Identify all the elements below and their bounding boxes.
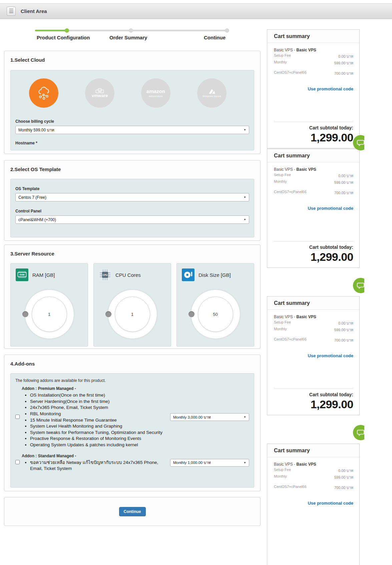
os-template-select[interactable]: Centos 7 (Free) ▼	[15, 193, 249, 201]
disk-value: 50	[213, 312, 218, 317]
cart-summary-title: Cart summary	[267, 30, 359, 43]
hostname-label: Hostname *	[15, 141, 249, 145]
promo-code-link[interactable]: Use promotional code	[308, 86, 353, 91]
ram-knob-handle[interactable]	[22, 311, 28, 317]
cart-line-label: Monthly	[274, 60, 287, 66]
control-panel-select[interactable]: cPanel&WHM (+700) ▼	[15, 215, 249, 224]
cart-summary-title: Cart summary	[267, 297, 359, 310]
addon-standard-managed: Addon : Standard Managed - ขอความช่วยเหล…	[15, 454, 249, 472]
promo-code-link[interactable]: Use promotional code	[308, 353, 353, 358]
cart-line-os: CentOS7+cPanel66700.00 บาท	[274, 485, 353, 491]
provider-netway-cloud[interactable]	[29, 78, 58, 108]
billing-cycle-select[interactable]: Monthly 599.00 บาท ▼	[15, 126, 249, 134]
chat-bubble-icon	[356, 428, 364, 437]
cart-line-value: 700.00 บาท	[334, 485, 353, 491]
cart-line-value: 700.00 บาท	[334, 337, 353, 343]
cart-line-label: Setup Fee	[274, 53, 291, 59]
continue-button[interactable]: Continue	[119, 507, 146, 516]
cpu-label: CPU Cores	[115, 272, 141, 278]
azure-logo-icon	[208, 89, 216, 94]
cart-promo-row: Use promotional code	[274, 353, 353, 359]
addon-premium-checkbox[interactable]	[15, 415, 20, 419]
addon-premium-managed: Addon : Premium Managed - OS Installatio…	[15, 386, 249, 448]
cpu-knob-handle[interactable]	[105, 311, 111, 317]
cpu-knob[interactable]: 1	[108, 290, 157, 339]
page: ☰ Client Area Product Configuration Orde…	[0, 0, 392, 565]
addon-premium-billing-select[interactable]: Monthly 3,000.00 บาท ▼	[170, 413, 249, 421]
provider-windows-azure[interactable]: Windows Azure	[197, 78, 227, 108]
cart-line-label: CentOS7+cPanel66	[274, 70, 307, 76]
addon-standard-features: ขอความช่วยเหลือ Netway แก้ไขปัญหากับระบบ…	[22, 460, 163, 472]
dropdown-arrow-icon: ▼	[244, 128, 246, 131]
chat-widget-button[interactable]	[353, 278, 364, 293]
addon-feature: Operating System Updates & patches inclu…	[30, 442, 163, 448]
progress-dot-product-configuration	[65, 28, 69, 33]
svg-text:CPU: CPU	[103, 274, 108, 276]
addon-standard-billing-value: Monthly 1,000.00 บาท	[173, 460, 211, 466]
cart-line-monthly: Monthly599.00 บาท	[274, 474, 353, 480]
os-template-value: Centos 7 (Free)	[18, 195, 46, 200]
addon-standard-checkbox-cell	[15, 460, 22, 466]
cpu-knob-face: 1	[115, 297, 150, 332]
addon-standard-name: Addon : Standard Managed -	[22, 454, 163, 458]
menu-toggle-button[interactable]: ☰	[7, 7, 16, 16]
cart-line-label: Setup Fee	[274, 173, 291, 179]
cart-line-setup-fee: Setup Fee0.00 บาท	[274, 320, 353, 326]
hamburger-icon: ☰	[9, 8, 14, 14]
cart-line-label: Setup Fee	[274, 320, 291, 326]
select-os-panel: OS Template Centos 7 (Free) ▼ Control Pa…	[10, 179, 254, 237]
cart-line-label: Monthly	[274, 474, 287, 480]
cart-product-prefix: Basic VPS -	[274, 462, 296, 467]
ram-knob[interactable]: 1	[25, 290, 74, 339]
chat-bubble-icon	[356, 138, 364, 147]
cpu-icon: CPU	[99, 268, 111, 281]
cart-line-setup-fee: Setup Fee0.00 บาท	[274, 468, 353, 474]
addon-feature: Server Hardening(Once in the first time)	[30, 399, 163, 405]
ram-card-header: RAM RAM [GB]	[16, 268, 83, 281]
dropdown-arrow-icon: ▼	[244, 416, 246, 419]
cart-line-monthly: Monthly599.00 บาท	[274, 179, 353, 185]
resource-cards: RAM RAM [GB] 1	[10, 263, 254, 347]
cart-line-label: CentOS7+cPanel66	[274, 337, 307, 343]
promo-code-link[interactable]: Use promotional code	[308, 206, 353, 211]
provider-amazon-web-services[interactable]: amazon webservices	[141, 78, 170, 108]
cart-line-value: 599.00 บาท	[334, 179, 353, 185]
cpu-card-header: CPU CPU Cores	[99, 268, 166, 281]
chat-widget-button[interactable]	[353, 425, 364, 440]
control-panel-value: cPanel&WHM (+700)	[18, 217, 56, 222]
addon-standard-content: Addon : Standard Managed - ขอความช่วยเหล…	[22, 454, 168, 472]
promo-code-link[interactable]: Use promotional code	[308, 501, 353, 506]
chat-widget-button[interactable]	[353, 135, 364, 150]
cart-summary-body: Basic VPS - Basic VPS Setup Fee0.00 บาท …	[267, 457, 359, 565]
addon-premium-content: Addon : Premium Managed - OS Installatio…	[22, 386, 168, 448]
cart-subtotal-block: Cart subtotal today: 1,299.00	[274, 241, 353, 267]
provider-aws-sublabel: webservices	[149, 95, 163, 97]
disk-knob[interactable]: 50	[191, 290, 240, 339]
cart-product-line: Basic VPS - Basic VPS	[274, 167, 353, 172]
disk-knob-handle[interactable]	[188, 311, 194, 317]
cart-promo-row: Use promotional code	[274, 86, 353, 92]
cart-line-label: CentOS7+cPanel66	[274, 485, 307, 491]
cart-line-monthly: Monthly599.00 บาท	[274, 327, 353, 333]
cart-line-label: Setup Fee	[274, 468, 291, 474]
step-continue: Continue	[204, 35, 226, 40]
cart-product-line: Basic VPS - Basic VPS	[274, 315, 353, 319]
progress-dot-continue	[225, 28, 229, 33]
cart-summary-panel: Cart summary Basic VPS - Basic VPS Setup…	[267, 296, 360, 415]
provider-vmware[interactable]: vmware	[85, 78, 114, 108]
cart-line-value: 599.00 บาท	[334, 474, 353, 480]
dropdown-arrow-icon: ▼	[244, 461, 246, 464]
select-os-title: 2.Select OS Template	[10, 166, 254, 172]
progress-fill	[35, 30, 67, 31]
addon-standard-billing-select[interactable]: Monthly 1,000.00 บาท ▼	[170, 459, 249, 467]
cart-line-label: Monthly	[274, 327, 287, 333]
disk-label: Disk Size [GB]	[199, 272, 231, 278]
cart-summary-title: Cart summary	[267, 149, 359, 162]
addons-panel: The following addons are available for t…	[10, 373, 254, 488]
addon-standard-checkbox[interactable]	[15, 460, 20, 464]
cart-line-label: CentOS7+cPanel66	[274, 190, 307, 196]
cart-product-line: Basic VPS - Basic VPS	[274, 48, 353, 52]
cart-line-setup-fee: Setup Fee0.00 บาท	[274, 53, 353, 59]
server-resource-title: 3.Server Resource	[10, 251, 254, 256]
cart-product-prefix: Basic VPS -	[274, 167, 296, 172]
